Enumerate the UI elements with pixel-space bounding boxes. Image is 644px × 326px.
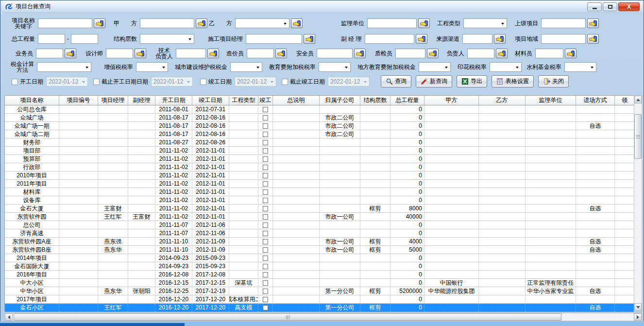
table-row[interactable]: 东营软件园B座燕东华2011-11-102012-11-09市政一公司框剪500… <box>5 246 634 254</box>
finished-checkbox[interactable] <box>263 165 268 170</box>
table-row[interactable]: 2011年项目2011-11-022012-11-010 <box>5 180 634 188</box>
education-surcharge-rate-combobox[interactable] <box>319 62 351 72</box>
finished-checkbox[interactable] <box>263 264 268 269</box>
column-header[interactable]: 甲方 <box>424 96 479 105</box>
column-header[interactable]: 项目编号 <box>59 96 98 105</box>
table-row[interactable]: 中大小区2016-12-152017-12-15深基坑0中国银行正常监理有限责任 <box>5 279 634 287</box>
column-header[interactable]: 竣工日期 <box>192 96 229 105</box>
table-row[interactable]: 财务部2011-08-272012-08-260 <box>5 138 634 147</box>
column-header[interactable]: 结构层数 <box>360 96 390 105</box>
stamp-tax-rate-combobox[interactable] <box>490 62 522 72</box>
finished-checkbox[interactable] <box>263 132 268 137</box>
vertical-scrollbar[interactable] <box>634 95 642 311</box>
table-row[interactable]: 中华小区燕东华张朝阳2016-12-252017-12-19第一分公司框剪520… <box>5 287 634 295</box>
column-header[interactable]: 项目经理 <box>98 96 128 105</box>
table-row[interactable]: 预算部2011-11-022012-11-010 <box>5 155 634 163</box>
structure-layers-combobox[interactable] <box>140 34 194 44</box>
construction-pm-lookup-button[interactable] <box>304 34 315 44</box>
tax-method-combobox[interactable] <box>37 62 91 72</box>
column-header[interactable]: 工程类型 <box>229 96 258 105</box>
finished-checkbox[interactable] <box>263 198 268 203</box>
deputy-manager-lookup-button[interactable] <box>416 34 427 44</box>
designer-input[interactable] <box>106 49 133 58</box>
table-row[interactable]: 东营软件园王红军王富财2011-11-022012-11-01市政一公司4000… <box>5 213 634 221</box>
column-header[interactable]: 副经理 <box>128 96 155 105</box>
finished-checkbox[interactable] <box>263 247 268 253</box>
table-row[interactable]: 材料库2011-11-022012-11-010 <box>5 188 634 196</box>
finished-checkbox[interactable] <box>263 280 268 286</box>
finished-checkbox[interactable] <box>263 181 268 187</box>
column-header[interactable]: 开工日期 <box>155 96 192 105</box>
start-date-picker[interactable]: 2022-01-12 <box>46 77 88 86</box>
party-b-lookup-button[interactable] <box>291 18 303 28</box>
name-keyword-lookup-button[interactable] <box>94 18 105 28</box>
column-header[interactable]: 竣工 <box>258 96 273 105</box>
finished-checkbox[interactable] <box>263 173 268 178</box>
start-date-end-picker[interactable]: 2022-01-12 <box>151 77 193 86</box>
party-a-lookup-button[interactable] <box>196 18 207 28</box>
party-b-combobox[interactable] <box>235 18 289 28</box>
table-row[interactable]: 金石小区王红军2016-12-202017-12-20高支模第一分公司框剪0自选 <box>5 304 634 312</box>
tech-lead-lookup-button[interactable] <box>207 49 219 58</box>
material-clerk-lookup-button[interactable] <box>565 49 576 58</box>
table-row[interactable]: 总公司2011-11-072012-11-060 <box>5 221 634 229</box>
salesman-lookup-button[interactable] <box>65 49 76 58</box>
responsible-person-input[interactable] <box>467 49 494 58</box>
project-region-input[interactable] <box>541 34 586 44</box>
finished-checkbox[interactable] <box>263 148 268 154</box>
table-row[interactable]: 金石国际大厦2014-09-232015-09-230 <box>5 262 634 271</box>
material-clerk-input[interactable] <box>535 49 563 58</box>
scroll-left-button[interactable] <box>5 313 13 321</box>
finished-checkbox[interactable] <box>263 115 268 120</box>
parent-project-input[interactable] <box>541 18 586 28</box>
finished-checkbox[interactable] <box>263 156 268 162</box>
start-date-checkbox[interactable] <box>12 79 18 85</box>
total-quantity-to-input[interactable] <box>71 34 98 44</box>
title-bar[interactable]: 项目台账查询 X <box>2 0 642 13</box>
finished-checkbox[interactable] <box>263 223 268 228</box>
table-settings-button[interactable]: 表格设置 <box>491 75 534 87</box>
finish-date-checkbox[interactable] <box>200 79 206 85</box>
responsible-person-lookup-button[interactable] <box>496 49 508 58</box>
finished-checkbox[interactable] <box>263 140 268 145</box>
name-keyword-input[interactable] <box>38 18 92 28</box>
table-row[interactable]: 众城广场2011-08-172012-08-16市政二公司0 <box>5 114 634 122</box>
close-window-button[interactable]: X <box>618 2 640 11</box>
table-row[interactable]: 众城广场一期2011-08-172012-08-16市政二公司0自选 <box>5 122 634 130</box>
finished-checkbox[interactable] <box>263 305 268 310</box>
table-row[interactable]: 济青高速2011-11-072012-11-060 <box>5 229 634 238</box>
maximize-button[interactable] <box>603 2 617 11</box>
finished-checkbox[interactable] <box>263 206 268 211</box>
finished-checkbox[interactable] <box>263 123 268 129</box>
column-header[interactable]: 进场方式 <box>576 96 615 105</box>
vertical-scroll-thumb[interactable] <box>634 114 642 159</box>
finished-checkbox[interactable] <box>263 289 268 294</box>
scroll-down-button[interactable] <box>634 303 642 311</box>
column-header[interactable]: 总说明 <box>273 96 320 105</box>
table-row[interactable]: 2017年项目2016-12-202017-12-20成本核算用二0 <box>5 295 634 304</box>
table-row[interactable]: 项目部2011-11-022012-11-010 <box>5 147 634 155</box>
table-row[interactable]: 公司总仓库2011-08-012012-07-310 <box>5 105 634 114</box>
local-education-surcharge-combobox[interactable] <box>419 62 451 72</box>
start-date-end-checkbox[interactable] <box>93 79 100 85</box>
quality-inspector-input[interactable] <box>395 49 425 58</box>
horizontal-scrollbar[interactable] <box>4 313 642 321</box>
export-button[interactable]: 导出 <box>457 75 487 87</box>
new-query-button[interactable]: 新查询 <box>416 75 452 87</box>
column-header[interactable]: 项目名称 <box>5 96 59 105</box>
scroll-right-button[interactable] <box>634 313 642 321</box>
cost-estimator-input[interactable] <box>247 49 274 58</box>
tech-lead-input[interactable] <box>176 49 206 58</box>
table-row[interactable]: 金石大厦王富财2011-11-022012-11-01框剪8000自选 <box>5 205 634 213</box>
table-row[interactable]: 众城广场二期2011-08-172012-08-16市政二公司0 <box>5 130 634 138</box>
supervision-unit-lookup-button[interactable] <box>418 18 430 28</box>
parent-project-lookup-button[interactable] <box>587 18 599 28</box>
column-header[interactable]: 领 <box>615 96 634 105</box>
party-a-input[interactable] <box>140 18 194 28</box>
finished-checkbox[interactable] <box>263 107 268 112</box>
project-type-combobox[interactable] <box>463 18 507 28</box>
table-row[interactable]: 2010年项目2011-11-022012-11-010 <box>5 172 634 180</box>
safety-officer-lookup-button[interactable] <box>354 49 366 58</box>
column-header[interactable]: 归属子公司 <box>320 96 360 105</box>
finish-date-picker[interactable]: 2022-01-12 <box>235 77 276 86</box>
